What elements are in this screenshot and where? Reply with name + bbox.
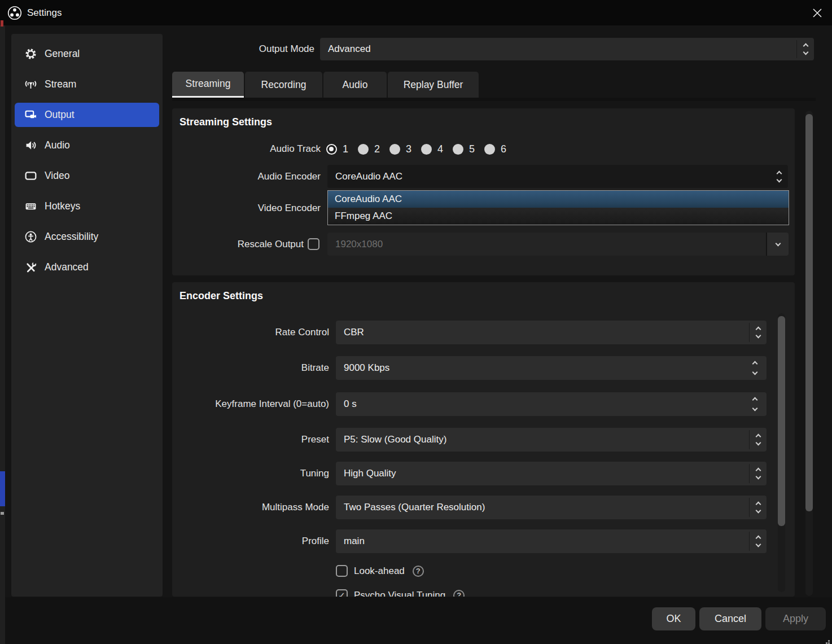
radio-track-1[interactable] [326, 144, 337, 155]
sidebar-item-hotkeys[interactable]: Hotkeys [15, 194, 159, 218]
dropdown-option-label: CoreAudio AAC [335, 194, 402, 205]
radio-track-3[interactable] [389, 144, 400, 155]
keyboard-icon [25, 200, 37, 212]
bitrate-spinner[interactable]: 9000 Kbps [336, 356, 767, 380]
sidebar-item-audio[interactable]: Audio [15, 133, 159, 157]
help-icon[interactable] [453, 590, 465, 597]
ok-button[interactable]: OK [652, 607, 695, 630]
audio-encoder-label: Audio Encoder [172, 165, 321, 188]
output-mode-label: Output Mode [169, 38, 314, 60]
encoder-scrollbar-thumb[interactable] [778, 316, 785, 526]
multipass-mode-label: Multipass Mode [172, 496, 329, 519]
background-fragment [0, 471, 5, 506]
close-icon [812, 8, 822, 18]
tab-replay-buffer[interactable]: Replay Buffer [388, 72, 479, 98]
profile-value: main [336, 536, 365, 547]
audio-encoder-select[interactable]: CoreAudio AAC [327, 165, 788, 188]
streaming-settings-panel: Streaming Settings Audio Track 1 2 3 4 5… [172, 108, 795, 275]
tab-recording[interactable]: Recording [245, 72, 322, 98]
profile-label: Profile [172, 529, 329, 553]
background-fragment [1, 20, 3, 27]
output-mode-select[interactable]: Advanced [320, 38, 814, 60]
window-title: Settings [27, 7, 62, 19]
multipass-mode-value: Two Passes (Quarter Resolution) [336, 502, 485, 513]
dropdown-option-ffmpeg[interactable]: FFmpeg AAC [328, 208, 789, 225]
encoder-settings-panel: Encoder Settings Rate Control CBR Bitrat… [172, 282, 795, 597]
sidebar-item-accessibility[interactable]: Accessibility [15, 225, 159, 249]
sidebar-item-video[interactable]: Video [15, 164, 159, 188]
tuning-label: Tuning [172, 462, 329, 485]
ok-button-label: OK [666, 613, 681, 625]
page-scrollbar-thumb[interactable] [805, 114, 813, 511]
look-ahead-row: Look-ahead [336, 563, 424, 579]
dropdown-arrows-icon [770, 167, 788, 186]
rate-control-select[interactable]: CBR [336, 321, 767, 344]
rescale-resolution-select: 1920x1080 [327, 233, 789, 256]
audio-encoder-value: CoreAudio AAC [327, 171, 402, 182]
psycho-visual-tuning-row: Psycho Visual Tuning [336, 588, 465, 597]
apply-button[interactable]: Apply [765, 607, 826, 630]
tab-audio[interactable]: Audio [323, 72, 387, 98]
psycho-visual-tuning-label: Psycho Visual Tuning [354, 590, 445, 597]
keyframe-interval-spinner[interactable]: 0 s [336, 392, 767, 416]
sidebar-item-advanced[interactable]: Advanced [15, 255, 159, 279]
tab-label: Streaming [186, 78, 231, 90]
radio-label: 3 [406, 143, 411, 155]
broadcast-icon [25, 78, 37, 90]
speaker-icon [25, 139, 37, 151]
cancel-button[interactable]: Cancel [699, 607, 761, 630]
sidebar-item-output[interactable]: Output [15, 103, 159, 127]
profile-select[interactable]: main [336, 529, 767, 553]
spin-down-icon[interactable] [752, 370, 758, 375]
accessibility-icon [25, 231, 37, 243]
dropdown-option-coreaudio[interactable]: CoreAudio AAC [328, 191, 789, 208]
dropdown-arrows-icon [749, 323, 767, 342]
obs-logo-icon [7, 6, 22, 20]
resize-grip[interactable] [828, 640, 830, 642]
dropdown-arrows-icon [796, 40, 814, 58]
tab-label: Audio [343, 79, 368, 91]
rate-control-label: Rate Control [172, 321, 329, 344]
look-ahead-label: Look-ahead [354, 566, 405, 577]
radio-label: 4 [437, 143, 443, 155]
dropdown-arrows-icon [749, 532, 767, 551]
look-ahead-checkbox[interactable] [336, 565, 348, 577]
gear-icon [25, 48, 37, 60]
tab-streaming[interactable]: Streaming [172, 72, 244, 98]
radio-label: 5 [469, 143, 475, 155]
rescale-output-label: Rescale Output [172, 233, 304, 256]
sidebar-item-general[interactable]: General [15, 42, 159, 66]
radio-track-6[interactable] [484, 144, 495, 155]
keyframe-interval-value: 0 s [336, 398, 357, 410]
section-title: Streaming Settings [179, 116, 272, 128]
bitrate-label: Bitrate [172, 356, 329, 380]
radio-track-2[interactable] [358, 144, 369, 155]
tools-icon [25, 261, 37, 273]
spin-down-icon[interactable] [752, 406, 758, 411]
rescale-output-checkbox[interactable] [308, 238, 319, 250]
radio-label: 2 [374, 143, 380, 155]
background-app-strip [0, 25, 5, 644]
multipass-mode-select[interactable]: Two Passes (Quarter Resolution) [336, 496, 767, 519]
audio-track-radio-group: 1 2 3 4 5 6 [326, 138, 506, 160]
settings-sidebar: General Stream Output Audio [11, 34, 163, 597]
preset-value: P5: Slow (Good Quality) [336, 434, 446, 445]
dropdown-button [766, 233, 789, 256]
radio-track-5[interactable] [453, 144, 463, 155]
tab-divider [172, 98, 816, 101]
sidebar-item-label: Accessibility [45, 231, 98, 243]
close-button[interactable] [808, 4, 826, 22]
dropdown-arrows-icon [749, 464, 767, 483]
preset-select[interactable]: P5: Slow (Good Quality) [336, 428, 767, 452]
psycho-visual-tuning-checkbox[interactable] [336, 589, 348, 597]
sidebar-item-label: Audio [45, 139, 70, 151]
sidebar-item-stream[interactable]: Stream [15, 72, 159, 97]
rate-control-value: CBR [336, 327, 364, 338]
help-icon[interactable] [413, 566, 424, 577]
radio-track-4[interactable] [421, 144, 432, 155]
tuning-select[interactable]: High Quality [336, 462, 767, 485]
spin-up-icon[interactable] [752, 361, 758, 367]
spin-up-icon[interactable] [752, 397, 758, 403]
rescale-resolution-value: 1920x1080 [327, 239, 383, 250]
keyframe-interval-label: Keyframe Interval (0=auto) [172, 392, 329, 416]
